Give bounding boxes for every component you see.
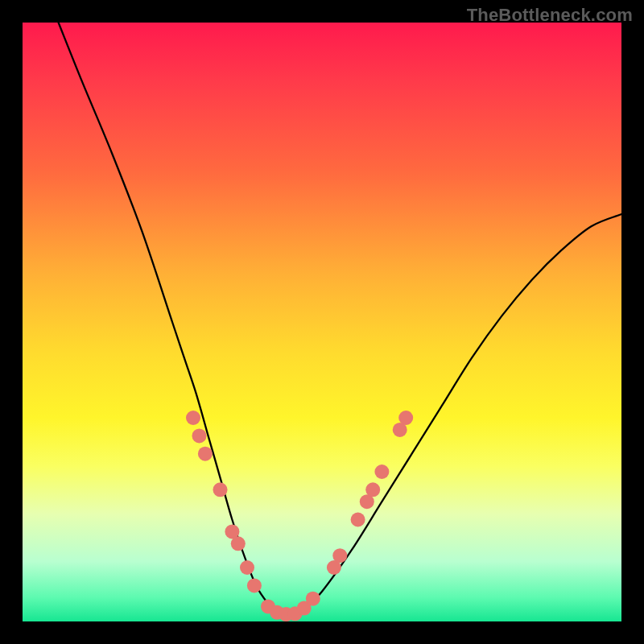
- curve-marker: [247, 578, 262, 592]
- curve-marker: [231, 536, 246, 551]
- curve-marker: [213, 482, 228, 497]
- watermark-label: TheBottleneck.com: [467, 5, 633, 26]
- curve-marker: [198, 447, 213, 461]
- bottleneck-curve: [59, 23, 621, 617]
- curve-marker: [192, 428, 207, 443]
- curve-marker: [365, 482, 380, 497]
- curve-marker: [351, 513, 365, 527]
- curve-marker: [240, 560, 254, 575]
- curve-marker: [374, 464, 389, 479]
- curve-marker: [306, 592, 320, 606]
- curve-markers: [186, 411, 413, 621]
- curve-marker: [332, 548, 347, 563]
- curve-marker: [398, 411, 413, 425]
- plot-area: [23, 23, 621, 621]
- outer-frame: TheBottleneck.com: [0, 0, 644, 644]
- chart-svg: [23, 23, 621, 621]
- curve-marker: [186, 411, 200, 425]
